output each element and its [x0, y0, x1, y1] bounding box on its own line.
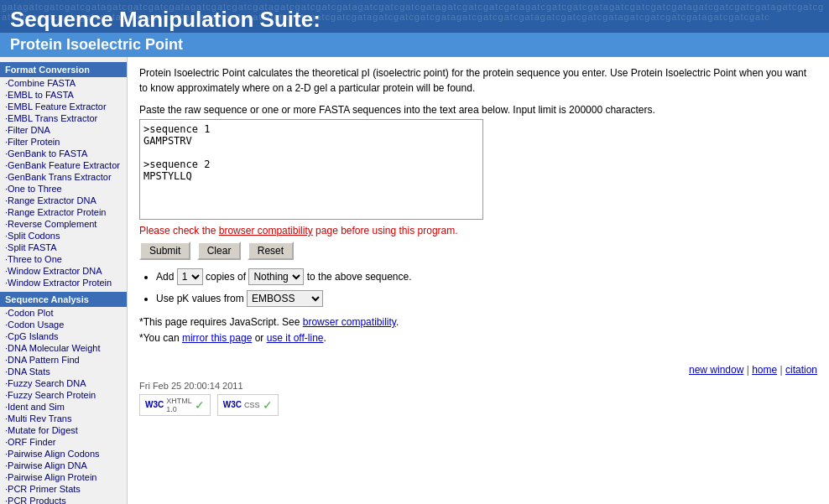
home-link[interactable]: home: [752, 364, 777, 376]
sidebar-item-codon-usage[interactable]: ·Codon Usage: [0, 319, 127, 330]
w3c-css-label: CSS: [244, 401, 260, 409]
mirror-page-link[interactable]: mirror this page: [182, 332, 252, 344]
sidebar-item-reverse-complement[interactable]: ·Reverse Complement: [0, 218, 127, 230]
sidebar-section-sequence-analysis: Sequence Analysis: [0, 292, 127, 307]
sidebar-item-filter-dna[interactable]: ·Filter DNA: [0, 124, 127, 136]
header: gatagatcgatcgatcgatagatcgatcgatcgatagatc…: [0, 0, 829, 57]
sidebar-item-range-extractor-protein[interactable]: ·Range Extractor Protein: [0, 206, 127, 218]
footer-links: new window | home | citation: [139, 364, 817, 376]
w3c-xhtml-badge: W3C XHTML1.0 ✓: [139, 394, 211, 416]
sidebar-item-split-codons[interactable]: ·Split Codons: [0, 230, 127, 242]
browser-compat-notice: Please check the browser compatibility p…: [139, 225, 817, 236]
sequence-input[interactable]: >sequence 1 GAMPSTRV >sequence 2 MPSTYLL…: [139, 119, 483, 220]
sidebar-item-cpg-islands[interactable]: ·CpG Islands: [0, 330, 127, 342]
sidebar: Format Conversion ·Combine FASTA ·EMBL t…: [0, 57, 128, 504]
w3c-badges: W3C XHTML1.0 ✓ W3C CSS ✓: [139, 394, 817, 416]
copies-of-select[interactable]: Nothing Met Ala Gly: [248, 268, 304, 285]
sidebar-item-pairwise-align-dna[interactable]: ·Pairwise Align DNA: [0, 460, 127, 471]
browser-compat-rest: page before using this program.: [313, 225, 458, 236]
app-title: Sequence Manipulation Suite:: [10, 7, 819, 33]
pk-option: Use pK values from EMBOSS IPC_protein IP…: [156, 290, 817, 309]
reset-button[interactable]: Reset: [248, 242, 294, 260]
use-offline-link[interactable]: use it off-line: [267, 332, 324, 344]
add-label: Add: [156, 271, 174, 283]
browser-compat-link[interactable]: browser compatibility: [219, 225, 313, 236]
sidebar-item-embl-to-fasta[interactable]: ·EMBL to FASTA: [0, 89, 127, 101]
sidebar-item-pairwise-align-codons[interactable]: ·Pairwise Align Codons: [0, 448, 127, 460]
sidebar-item-multi-rev-trans[interactable]: ·Multi Rev Trans: [0, 413, 127, 424]
sidebar-item-mutate-for-digest[interactable]: ·Mutate for Digest: [0, 424, 127, 436]
copies-of-label: copies of: [206, 271, 248, 283]
sidebar-item-orf-finder[interactable]: ·ORF Finder: [0, 436, 127, 448]
w3c-css-checkmark: ✓: [263, 398, 273, 412]
pk-label: Use pK values from: [156, 293, 244, 304]
form-buttons: Submit Clear Reset: [139, 242, 817, 260]
js-notice-line2: *You can mirror this page or use it off-…: [139, 332, 326, 344]
sidebar-item-pcr-products[interactable]: ·PCR Products: [0, 495, 127, 504]
sidebar-item-fuzzy-search-dna[interactable]: ·Fuzzy Search DNA: [0, 377, 127, 389]
new-window-link[interactable]: new window: [689, 364, 743, 376]
w3c-xhtml-text: W3C: [145, 400, 164, 409]
sidebar-item-embl-feature-extractor[interactable]: ·EMBL Feature Extractor: [0, 101, 127, 112]
submit-button[interactable]: Submit: [139, 242, 190, 260]
page-description: Protein Isoelectric Point calculates the…: [139, 65, 817, 96]
js-notice: *This page requires JavaScript. See brow…: [139, 314, 817, 346]
sidebar-item-embl-trans-extractor[interactable]: ·EMBL Trans Extractor: [0, 112, 127, 124]
sidebar-item-dna-molecular-weight[interactable]: ·DNA Molecular Weight: [0, 342, 127, 354]
sidebar-item-pairwise-align-protein[interactable]: ·Pairwise Align Protein: [0, 471, 127, 483]
copies-option: Add 1 2 3 5 copies of Nothing Met Ala Gl…: [156, 268, 817, 287]
clear-button[interactable]: Clear: [197, 242, 242, 260]
w3c-xhtml-checkmark: ✓: [195, 398, 205, 412]
sidebar-item-fuzzy-search-protein[interactable]: ·Fuzzy Search Protein: [0, 389, 127, 401]
options-section: Add 1 2 3 5 copies of Nothing Met Ala Gl…: [139, 268, 817, 308]
w3c-css-badge: W3C CSS ✓: [217, 394, 279, 416]
sidebar-item-dna-stats[interactable]: ·DNA Stats: [0, 366, 127, 377]
browser-compat-text: Please check the: [139, 225, 219, 236]
sidebar-item-genbank-feature-extractor[interactable]: ·GenBank Feature Extractor: [0, 159, 127, 171]
w3c-css-text: W3C: [223, 400, 242, 409]
sidebar-item-window-extractor-dna[interactable]: ·Window Extractor DNA: [0, 265, 127, 277]
citation-link[interactable]: citation: [785, 364, 817, 376]
js-notice-line1: *This page requires JavaScript. See brow…: [139, 316, 399, 328]
to-sequence-label: to the above sequence.: [307, 271, 412, 283]
pk-select[interactable]: EMBOSS IPC_protein IPC_peptide Bjellqvis…: [247, 290, 323, 307]
sidebar-item-combine-fasta[interactable]: ·Combine FASTA: [0, 77, 127, 89]
sidebar-item-genbank-to-fasta[interactable]: ·GenBank to FASTA: [0, 148, 127, 159]
sidebar-section-format-conversion: Format Conversion: [0, 62, 127, 77]
paste-instruction: Paste the raw sequence or one or more FA…: [139, 104, 817, 116]
footer: new window | home | citation Fri Feb 25 …: [139, 364, 817, 416]
sidebar-item-genbank-trans-extractor[interactable]: ·GenBank Trans Extractor: [0, 171, 127, 183]
w3c-xhtml-label: XHTML1.0: [166, 397, 192, 413]
sidebar-item-filter-protein[interactable]: ·Filter Protein: [0, 136, 127, 148]
sidebar-item-split-fasta[interactable]: ·Split FASTA: [0, 242, 127, 253]
browser-compat-link2[interactable]: browser compatibility: [303, 316, 396, 328]
main-content: Protein Isoelectric Point calculates the…: [128, 57, 829, 504]
sidebar-item-three-to-one[interactable]: ·Three to One: [0, 253, 127, 265]
sidebar-item-range-extractor-dna[interactable]: ·Range Extractor DNA: [0, 195, 127, 206]
sidebar-item-ident-and-sim[interactable]: ·Ident and Sim: [0, 401, 127, 413]
sidebar-item-one-to-three[interactable]: ·One to Three: [0, 183, 127, 195]
footer-date: Fri Feb 25 20:00:14 2011: [139, 381, 817, 391]
sidebar-item-window-extractor-protein[interactable]: ·Window Extractor Protein: [0, 277, 127, 288]
sidebar-item-dna-pattern-find[interactable]: ·DNA Pattern Find: [0, 354, 127, 366]
copies-select[interactable]: 1 2 3 5: [177, 268, 203, 285]
sidebar-item-codon-plot[interactable]: ·Codon Plot: [0, 307, 127, 319]
sidebar-item-pcr-primer-stats[interactable]: ·PCR Primer Stats: [0, 483, 127, 495]
